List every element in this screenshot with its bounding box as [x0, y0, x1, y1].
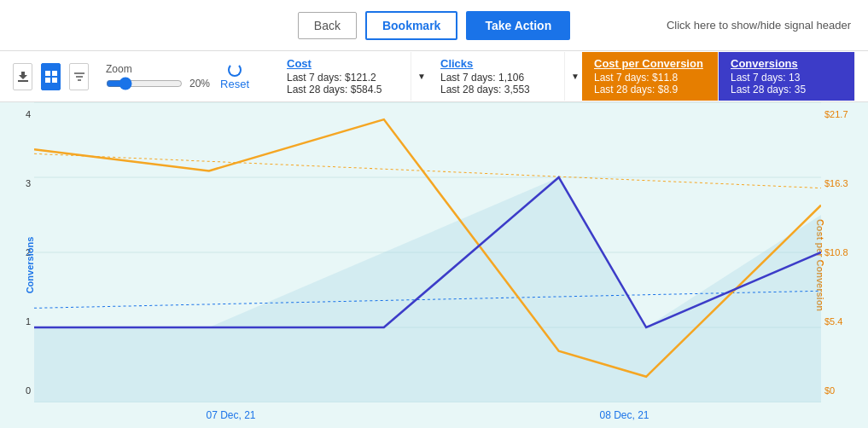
svg-rect-0: [18, 80, 28, 82]
x-axis: 07 Dec, 21 08 Dec, 21: [34, 402, 821, 428]
metric-cpc-title: Cost per Conversion: [594, 57, 706, 70]
reset-label: Reset: [220, 78, 249, 90]
metric-cost-wrapper: Cost Last 7 days: $121.2 Last 28 days: $…: [275, 52, 428, 101]
metric-conversions-title: Conversions: [731, 57, 842, 70]
metric-cost-last7: Last 7 days: $121.2: [287, 72, 399, 84]
y-right-label-108: $10.8: [824, 247, 848, 257]
metrics-section: Cost Last 7 days: $121.2 Last 28 days: $…: [275, 52, 855, 101]
y-right-label-54: $5.4: [824, 316, 842, 327]
top-bar-actions: Back Bookmark Take Action: [298, 11, 570, 40]
y-left-label-1: 1: [26, 316, 31, 327]
grid-icon: [44, 70, 58, 84]
chart-svg: [34, 102, 821, 402]
filter-icon: [73, 70, 86, 84]
back-button[interactable]: Back: [298, 12, 357, 39]
svg-rect-3: [45, 78, 50, 83]
svg-rect-2: [52, 71, 57, 76]
x-label-dec8: 08 Dec, 21: [599, 409, 649, 421]
download-icon: [16, 70, 30, 84]
reset-button[interactable]: Reset: [220, 63, 249, 90]
filter-button[interactable]: [69, 63, 89, 90]
zoom-label: Zoom: [106, 63, 132, 75]
grid-view-button[interactable]: [41, 63, 61, 90]
metric-clicks: Clicks Last 7 days: 1,106 Last 28 days: …: [428, 52, 565, 101]
metric-clicks-last7: Last 7 days: 1,106: [440, 72, 552, 84]
bookmark-button[interactable]: Bookmark: [365, 11, 457, 40]
signal-header-hint[interactable]: Click here to show/hide signal header: [667, 19, 851, 32]
zoom-row: 20%: [106, 77, 210, 90]
clicks-dropdown-arrow[interactable]: ▼: [568, 70, 582, 84]
download-button[interactable]: [13, 63, 32, 90]
y-right-label-163: $16.3: [824, 178, 848, 188]
svg-rect-1: [45, 71, 50, 76]
metric-cost-title: Cost: [287, 57, 399, 70]
chart-area: 4 3 2 1 0 Conversions $21.7 $16.3 $10.8 …: [0, 102, 868, 428]
cost-dropdown-arrow[interactable]: ▼: [415, 70, 428, 84]
metric-cost-per-conversion: Cost per Conversion Last 7 days: $11.8 L…: [582, 52, 719, 101]
metric-clicks-wrapper: Clicks Last 7 days: 1,106 Last 28 days: …: [428, 52, 582, 101]
zoom-percent: 20%: [189, 78, 210, 90]
x-label-dec7: 07 Dec, 21: [206, 409, 255, 421]
toolbar: Zoom 20% Reset Cost Last 7 days: $121.2 …: [0, 51, 868, 102]
y-axis-right: $21.7 $16.3 $10.8 $5.4 $0: [821, 102, 868, 402]
reset-icon: [228, 63, 242, 77]
metric-cost-last28: Last 28 days: $584.5: [287, 84, 399, 95]
metric-clicks-title: Clicks: [440, 57, 552, 70]
zoom-section: Zoom 20%: [106, 63, 210, 90]
metric-clicks-last28: Last 28 days: 3,553: [440, 84, 552, 95]
metric-conversions-last28: Last 28 days: 35: [731, 84, 842, 95]
top-bar: Back Bookmark Take Action Click here to …: [0, 0, 868, 51]
metric-cpc-last28: Last 28 days: $8.9: [594, 84, 706, 95]
y-left-label-0: 0: [26, 385, 31, 396]
y-right-label-0: $0: [824, 385, 835, 396]
y-right-label-217: $21.7: [824, 109, 848, 119]
trend-line-upper-orange: [34, 153, 821, 188]
y-left-label-3: 3: [26, 178, 31, 188]
metric-conversions-last7: Last 7 days: 13: [731, 72, 842, 84]
metric-conversions: Conversions Last 7 days: 13 Last 28 days…: [719, 52, 855, 101]
svg-rect-4: [52, 78, 57, 83]
y-left-label-4: 4: [26, 109, 31, 119]
take-action-button[interactable]: Take Action: [466, 11, 570, 40]
metric-cost: Cost Last 7 days: $121.2 Last 28 days: $…: [275, 52, 411, 101]
zoom-slider[interactable]: [106, 77, 183, 90]
metric-cpc-last7: Last 7 days: $11.8: [594, 72, 706, 84]
